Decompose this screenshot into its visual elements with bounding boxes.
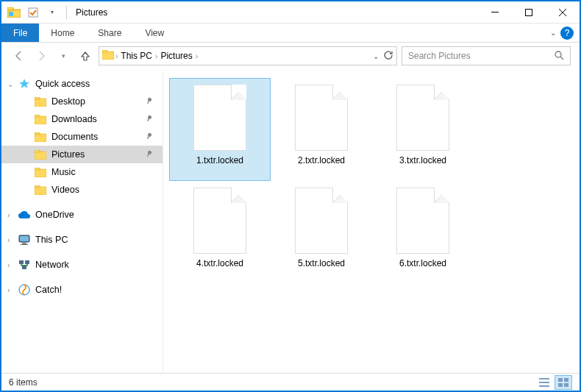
folder-icon — [102, 50, 114, 62]
breadcrumb-this-pc[interactable]: This PC — [118, 51, 155, 61]
svg-rect-26 — [35, 168, 40, 170]
svg-rect-43 — [564, 383, 568, 387]
svg-rect-7 — [102, 50, 107, 52]
folder-icon — [34, 95, 47, 108]
search-input[interactable]: Search Pictures — [402, 46, 571, 65]
svg-rect-5 — [526, 9, 532, 15]
svg-rect-30 — [20, 236, 29, 241]
file-icon — [396, 188, 449, 254]
sidebar-item-downloads[interactable]: Downloads — [1, 110, 163, 128]
separator — [66, 6, 67, 19]
file-item[interactable]: 3.txtr.locked — [372, 78, 474, 181]
file-item[interactable]: 1.txtr.locked — [169, 78, 271, 181]
file-name: 1.txtr.locked — [196, 155, 243, 165]
svg-rect-33 — [19, 260, 24, 264]
sidebar-item-music[interactable]: Music — [1, 163, 163, 181]
ribbon-expand-icon[interactable]: ⌄ — [550, 29, 556, 37]
file-name: 6.txtr.locked — [399, 258, 446, 268]
star-icon — [18, 77, 31, 90]
svg-point-23 — [147, 150, 152, 155]
sidebar-item-label: Quick access — [35, 79, 90, 89]
sidebar-item-label: Downloads — [51, 114, 97, 124]
pin-icon — [143, 113, 154, 124]
tab-view[interactable]: View — [133, 24, 176, 42]
chevron-right-icon[interactable]: › — [7, 286, 10, 294]
file-item[interactable]: 2.txtr.locked — [271, 78, 372, 181]
chevron-down-icon[interactable]: ⌄ — [7, 80, 13, 88]
svg-point-15 — [147, 115, 152, 120]
file-icon — [193, 188, 246, 254]
sidebar-item-network[interactable]: ›Network — [1, 256, 163, 274]
folder-icon — [34, 130, 47, 143]
quick-access-group: ⌄ Quick access DesktopDownloadsDocuments… — [1, 75, 163, 199]
address-dropdown-icon[interactable]: ⌄ — [373, 52, 379, 60]
svg-rect-6 — [102, 51, 114, 60]
pin-icon — [143, 131, 154, 142]
file-item[interactable]: 4.txtr.locked — [169, 181, 271, 284]
icons-view-button[interactable] — [555, 375, 572, 390]
sidebar-item-pictures[interactable]: Pictures — [1, 146, 163, 163]
chevron-right-icon[interactable]: › — [7, 211, 10, 219]
details-view-button[interactable] — [535, 375, 553, 390]
help-icon[interactable]: ? — [560, 26, 574, 40]
sidebar-item-documents[interactable]: Documents — [1, 128, 163, 146]
svg-rect-40 — [558, 378, 563, 382]
pin-icon — [143, 96, 154, 107]
folder-icon — [34, 148, 47, 161]
folder-icon — [34, 165, 47, 179]
file-icon — [295, 188, 348, 254]
refresh-icon[interactable] — [383, 50, 393, 63]
file-tab[interactable]: File — [1, 24, 39, 42]
file-item[interactable]: 6.txtr.locked — [372, 181, 474, 284]
folder-icon — [34, 183, 47, 196]
sidebar-item-thispc[interactable]: ›This PC — [1, 231, 163, 249]
sidebar-item-onedrive[interactable]: ›OneDrive — [1, 206, 163, 224]
svg-rect-24 — [147, 154, 149, 157]
minimize-button[interactable] — [478, 1, 512, 24]
svg-rect-25 — [35, 169, 46, 177]
sidebar-quick-access[interactable]: ⌄ Quick access — [1, 75, 163, 93]
properties-icon[interactable] — [25, 4, 41, 21]
sidebar-item-label: Music — [51, 167, 76, 177]
sidebar-item-videos[interactable]: Videos — [1, 181, 163, 199]
tab-home[interactable]: Home — [39, 24, 86, 42]
recent-dropdown-icon[interactable]: ▾ — [54, 47, 72, 65]
file-icon — [295, 85, 348, 151]
sidebar-item-catch[interactable]: ›Catch! — [1, 281, 163, 299]
up-button[interactable] — [76, 47, 94, 65]
ribbon-tabs: File Home Share View ⌄ ? — [1, 24, 580, 43]
chevron-right-icon[interactable]: › — [7, 261, 10, 269]
close-button[interactable] — [546, 1, 580, 24]
svg-rect-2 — [9, 12, 13, 16]
pc-icon — [18, 233, 31, 246]
sidebar-item-desktop[interactable]: Desktop — [1, 93, 163, 110]
svg-rect-39 — [539, 385, 549, 387]
quick-access-toolbar: ▾ — [6, 4, 70, 21]
item-count: 6 items — [9, 377, 38, 388]
file-item[interactable]: 5.txtr.locked — [271, 181, 372, 284]
back-button[interactable] — [10, 47, 28, 65]
sidebar-item-label: Videos — [51, 185, 79, 195]
search-placeholder: Search Pictures — [408, 51, 471, 61]
qat-dropdown-icon[interactable]: ▾ — [44, 4, 60, 21]
file-grid[interactable]: 1.txtr.locked2.txtr.locked3.txtr.locked4… — [163, 71, 580, 373]
sidebar-item-label: Catch! — [35, 285, 62, 295]
navigation-pane: ⌄ Quick access DesktopDownloadsDocuments… — [1, 71, 163, 373]
svg-rect-38 — [539, 382, 549, 383]
tab-share[interactable]: Share — [86, 24, 133, 42]
maximize-button[interactable] — [512, 1, 546, 24]
svg-rect-31 — [22, 243, 26, 244]
chevron-right-icon[interactable]: › — [196, 52, 198, 60]
search-icon[interactable] — [554, 50, 564, 63]
forward-button[interactable] — [32, 47, 50, 65]
folder-icon — [34, 113, 47, 126]
svg-point-19 — [147, 132, 152, 138]
breadcrumb-pictures[interactable]: Pictures — [157, 51, 195, 61]
chevron-right-icon[interactable]: › — [7, 236, 10, 244]
svg-rect-14 — [35, 115, 40, 117]
catch-icon — [18, 283, 31, 296]
svg-rect-37 — [539, 378, 549, 379]
window-title: Pictures — [76, 7, 107, 18]
address-bar[interactable]: › This PC › Pictures › ⌄ — [99, 46, 397, 65]
sidebar-item-label: Pictures — [51, 149, 85, 160]
